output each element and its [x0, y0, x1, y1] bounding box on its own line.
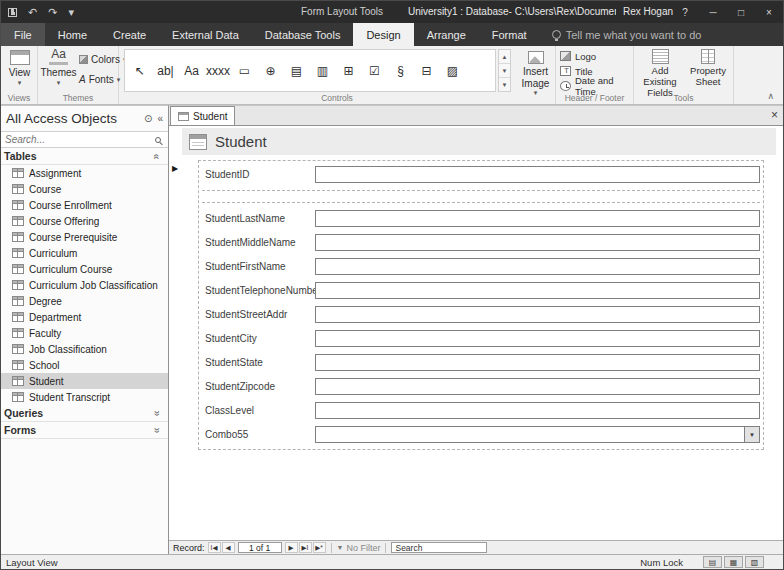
ribbon-tab-database-tools[interactable]: Database Tools	[252, 23, 354, 46]
date-and-time-button[interactable]: Date and Time	[560, 80, 633, 92]
document-tab-student[interactable]: Student	[170, 106, 235, 125]
nav-item-curriculum-course[interactable]: Curriculum Course	[1, 261, 168, 277]
view-button[interactable]: View ▾	[4, 50, 35, 87]
combo-dropdown-icon[interactable]: ▼	[744, 427, 759, 442]
nav-item-course-enrollment[interactable]: Course Enrollment	[1, 197, 168, 213]
nav-item-course[interactable]: Course	[1, 181, 168, 197]
nav-section-queries[interactable]: Queries«	[1, 405, 168, 422]
tab-control-icon[interactable]: ▭	[232, 52, 257, 89]
record-search-input[interactable]	[392, 543, 486, 553]
collapse-chevron-icon: «	[152, 153, 163, 159]
last-record-button[interactable]: ▶I	[299, 542, 312, 553]
navigation-control-icon[interactable]: ▥	[310, 52, 335, 89]
nav-item-curriculum-job-classification[interactable]: Curriculum Job Classification	[1, 277, 168, 293]
save-icon[interactable]	[8, 8, 17, 17]
insert-image-button[interactable]: Insert Image ▾	[517, 51, 554, 97]
field-row-studentzipcode: StudentZipcode	[202, 378, 760, 395]
window-controls: ?─□×	[671, 1, 783, 23]
field-textbox[interactable]	[315, 330, 760, 347]
field-textbox[interactable]	[315, 234, 760, 251]
nav-item-curriculum[interactable]: Curriculum	[1, 245, 168, 261]
property-sheet-label: Property Sheet	[684, 66, 732, 88]
nav-item-label: Faculty	[29, 328, 61, 339]
ribbon-tab-format[interactable]: Format	[479, 23, 540, 46]
property-sheet-button[interactable]: Property Sheet	[684, 49, 732, 99]
nav-item-course-prerequisite[interactable]: Course Prerequisite	[1, 229, 168, 245]
add-existing-fields-button[interactable]: Add Existing Fields	[636, 49, 684, 99]
form-icon	[178, 112, 189, 121]
themes-button[interactable]: Aa Themes ▾	[41, 50, 76, 87]
nav-item-course-offering[interactable]: Course Offering	[1, 213, 168, 229]
lightbulb-icon	[552, 30, 561, 39]
field-textbox[interactable]	[315, 166, 760, 183]
new-record-button[interactable]: ▶*	[313, 542, 326, 553]
nav-item-job-classification[interactable]: Job Classification	[1, 341, 168, 357]
logo-button[interactable]: Logo	[560, 50, 633, 62]
nav-item-department[interactable]: Department	[1, 309, 168, 325]
nav-menu-icon[interactable]: ⊙	[144, 113, 152, 124]
undo-icon[interactable]: ↶	[28, 7, 37, 18]
web-browser-control-icon[interactable]: ▤	[284, 52, 309, 89]
record-search	[391, 542, 487, 553]
button-icon[interactable]: xxxx	[205, 52, 231, 89]
shutter-close-icon[interactable]: «	[157, 113, 163, 124]
ribbon-tab-arrange[interactable]: Arrange	[414, 23, 479, 46]
text-box-icon[interactable]: ab|	[153, 52, 178, 89]
field-textbox[interactable]	[315, 354, 760, 371]
first-record-button[interactable]: I◀	[208, 542, 221, 553]
field-textbox[interactable]	[315, 210, 760, 227]
layout-view-toggle[interactable]: ▦	[724, 556, 743, 568]
nav-section-forms[interactable]: Forms«	[1, 422, 168, 439]
option-group-icon[interactable]: ⊞	[336, 52, 361, 89]
gallery-more-icon[interactable]: ▼	[499, 78, 510, 91]
nav-item-faculty[interactable]: Faculty	[1, 325, 168, 341]
maximize-button[interactable]: □	[727, 1, 755, 23]
field-textbox[interactable]	[315, 402, 760, 419]
form-view-toggle[interactable]: ▤	[703, 556, 722, 568]
hyperlink-icon[interactable]: ⊕	[258, 52, 283, 89]
field-textbox[interactable]	[315, 258, 760, 275]
record-position-box[interactable]: 1 of 1	[238, 542, 282, 553]
nav-item-label: School	[29, 360, 60, 371]
signed-in-user[interactable]: Rex Hogan	[623, 6, 673, 17]
nav-item-assignment[interactable]: Assignment	[1, 165, 168, 181]
tell-me-box[interactable]: Tell me what you want to do	[540, 23, 702, 46]
image-icon[interactable]: ▨	[440, 52, 465, 89]
collapse-ribbon-icon[interactable]: ∧	[767, 91, 774, 101]
ribbon-tab-home[interactable]: Home	[45, 23, 100, 46]
ribbon-tab-file[interactable]: File	[1, 23, 45, 46]
check-box-icon[interactable]: ☑	[362, 52, 387, 89]
ribbon-tab-create[interactable]: Create	[100, 23, 159, 46]
nav-item-degree[interactable]: Degree	[1, 293, 168, 309]
attachment-icon[interactable]: §	[388, 52, 413, 89]
nav-section-tables[interactable]: Tables «	[1, 148, 168, 165]
previous-record-button[interactable]: ◀	[222, 542, 235, 553]
nav-item-student[interactable]: Student	[1, 373, 168, 389]
field-textbox[interactable]	[315, 282, 760, 299]
ribbon-tab-external-data[interactable]: External Data	[159, 23, 252, 46]
next-record-button[interactable]: ▶	[285, 542, 298, 553]
redo-icon[interactable]: ↷	[48, 7, 57, 18]
close-document-icon[interactable]: ×	[771, 109, 778, 121]
customize-quick-access-icon[interactable]: ▾	[68, 7, 74, 18]
field-combobox[interactable]: ▼	[315, 426, 760, 443]
help-button[interactable]: ?	[671, 1, 699, 23]
nav-item-school[interactable]: School	[1, 357, 168, 373]
close-button[interactable]: ×	[755, 1, 783, 23]
design-view-toggle[interactable]: ▧	[745, 556, 764, 568]
minimize-button[interactable]: ─	[699, 1, 727, 23]
gallery-scroll-down-icon[interactable]: ▼	[499, 64, 510, 78]
field-textbox[interactable]	[315, 306, 760, 323]
nav-item-label: Course Offering	[29, 216, 99, 227]
nav-item-student-transcript[interactable]: Student Transcript	[1, 389, 168, 405]
label-icon[interactable]: Aa	[179, 52, 204, 89]
gallery-scroll-up-icon[interactable]: ▲	[499, 50, 510, 64]
select-icon[interactable]: ↖	[127, 52, 152, 89]
field-label: Combo55	[202, 429, 315, 440]
field-textbox[interactable]	[315, 378, 760, 395]
combo-box-icon[interactable]: ⊟	[414, 52, 439, 89]
ribbon-tab-design[interactable]: Design	[353, 23, 413, 46]
form-header[interactable]: Student	[182, 128, 776, 155]
filter-state-label[interactable]: No Filter	[346, 543, 380, 553]
nav-search-input[interactable]	[5, 134, 155, 145]
